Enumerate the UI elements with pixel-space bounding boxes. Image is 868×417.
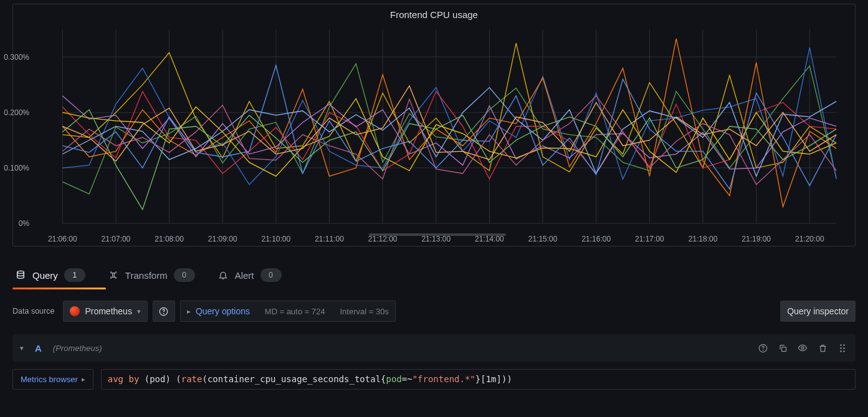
x-tick-label: 21:18:00 [689, 235, 718, 243]
y-tick-label: 0% [2, 219, 29, 228]
svg-point-31 [843, 350, 845, 352]
query-inspector-button[interactable]: Query inspector [780, 301, 856, 322]
x-tick-label: 21:12:00 [368, 235, 398, 243]
tab-transform[interactable]: Transform 0 [105, 263, 198, 288]
chart-area[interactable]: 0%0.100%0.200%0.300% 21:06:0021:07:0021:… [32, 26, 842, 232]
x-tick-label: 21:07:00 [102, 235, 131, 243]
svg-point-28 [840, 347, 842, 349]
query-toolbar: Data source Prometheus ▾ ▸ Query options… [12, 301, 856, 322]
x-tick-label: 21:14:00 [475, 235, 504, 243]
query-inspector-label: Query inspector [787, 306, 849, 316]
data-source-help-button[interactable] [153, 301, 175, 322]
tab-alert-label: Alert [235, 270, 254, 281]
data-source-label: Data source [12, 307, 54, 316]
x-tick-label: 21:06:00 [48, 235, 77, 243]
svg-point-27 [843, 344, 845, 346]
query-options-toggle[interactable]: ▸ Query options MD = auto = 724 Interval… [180, 301, 396, 322]
x-tick-label: 21:11:00 [315, 235, 344, 243]
chart-scrollbar[interactable] [369, 233, 506, 236]
chevron-down-icon[interactable]: ▾ [20, 344, 24, 352]
transform-icon [108, 269, 119, 281]
tab-query-badge: 1 [64, 268, 85, 282]
x-tick-label: 21:15:00 [528, 235, 558, 243]
query-options-label: Query options [196, 306, 250, 316]
svg-rect-24 [781, 347, 786, 351]
svg-point-29 [843, 347, 845, 349]
x-tick-label: 21:17:00 [635, 235, 664, 243]
eye-icon[interactable] [797, 342, 808, 354]
active-tab-underline [12, 288, 106, 289]
tab-alert-badge: 0 [260, 268, 282, 282]
y-tick-label: 0.200% [2, 108, 29, 117]
trash-icon[interactable] [817, 342, 828, 354]
editor-tabs: Query 1 Transform 0 Alert 0 [12, 263, 856, 288]
metrics-browser-label: Metrics browser [21, 375, 78, 384]
bell-icon [217, 269, 229, 281]
panel-title: Frontend CPU usage [13, 4, 855, 22]
query-editor: Metrics browser ▸ avg by (pod) (rate(con… [12, 369, 856, 390]
x-tick-label: 21:19:00 [742, 235, 771, 243]
tab-transform-label: Transform [125, 270, 168, 281]
tab-query[interactable]: Query 1 [12, 263, 88, 288]
help-icon [158, 306, 169, 317]
query-ref-id: A [35, 343, 42, 354]
prometheus-icon [70, 306, 80, 316]
x-tick-label: 21:16:00 [581, 235, 611, 243]
metrics-browser-button[interactable]: Metrics browser ▸ [12, 369, 93, 390]
svg-point-23 [763, 350, 763, 350]
promql-input[interactable]: avg by (pod) (rate(container_cpu_usage_s… [101, 369, 856, 390]
svg-point-21 [164, 313, 165, 314]
help-icon[interactable] [757, 342, 768, 354]
query-row-a[interactable]: ▾ A (Prometheus) [12, 334, 856, 362]
svg-point-19 [17, 271, 24, 273]
x-tick-label: 21:08:00 [155, 235, 184, 243]
query-datasource-hint: (Prometheus) [53, 344, 102, 353]
drag-handle-icon[interactable] [837, 342, 848, 354]
tab-alert[interactable]: Alert 0 [215, 263, 284, 288]
query-options-interval: Interval = 30s [340, 307, 388, 316]
data-source-value: Prometheus [85, 306, 131, 316]
database-icon [15, 269, 26, 281]
query-options-md: MD = auto = 724 [265, 307, 325, 316]
data-source-picker[interactable]: Prometheus ▾ [63, 301, 147, 322]
x-tick-label: 21:09:00 [208, 235, 237, 243]
x-tick-label: 21:13:00 [421, 235, 451, 243]
chevron-down-icon: ▾ [137, 307, 141, 316]
x-tick-label: 21:10:00 [262, 235, 291, 243]
svg-point-30 [840, 350, 842, 352]
tab-query-label: Query [32, 270, 58, 281]
x-tick-label: 21:20:00 [795, 235, 824, 243]
chart-panel: Frontend CPU usage 0%0.100%0.200%0.300% … [12, 4, 856, 246]
line-chart [32, 26, 842, 232]
y-tick-label: 0.100% [2, 164, 29, 172]
chevron-right-icon: ▸ [187, 307, 191, 316]
svg-point-26 [840, 344, 842, 346]
svg-point-25 [801, 347, 804, 349]
query-row-actions [757, 342, 848, 354]
y-tick-label: 0.300% [2, 53, 29, 62]
tab-transform-badge: 0 [174, 268, 195, 282]
chevron-right-icon: ▸ [82, 375, 85, 383]
copy-icon[interactable] [777, 342, 788, 354]
